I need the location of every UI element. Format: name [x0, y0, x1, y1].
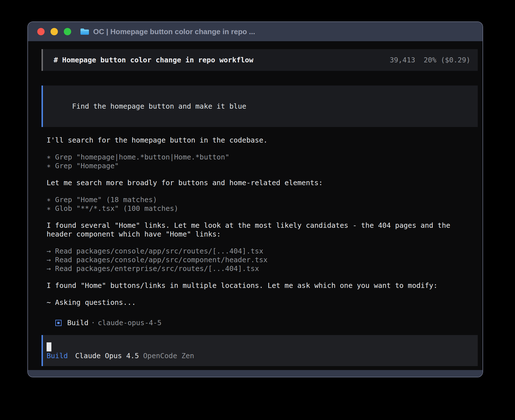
- assistant-text-line: I found several "Home" links. Let me loo…: [47, 221, 473, 239]
- user-message: Find the homepage button and make it blu…: [42, 86, 478, 127]
- traffic-lights: [37, 28, 71, 35]
- prompt-input[interactable]: Build Claude Opus 4.5 OpenCode Zen: [42, 335, 478, 366]
- agent-model: claude-opus-4-5: [98, 318, 162, 327]
- assistant-text: Let me search more broadly for buttons a…: [47, 178, 473, 187]
- assistant-text: ~ Asking questions...: [47, 298, 473, 307]
- minimize-button[interactable]: [51, 28, 58, 35]
- user-message-text: Find the homepage button and make it blu…: [72, 102, 246, 110]
- tool-call-line: → Read packages/console/app/src/componen…: [47, 255, 473, 264]
- assistant-text-line: I found "Home" buttons/links in multiple…: [47, 281, 473, 290]
- terminal-content: # Homepage button color change in repo w…: [28, 41, 483, 370]
- titlebar[interactable]: OC | Homepage button color change in rep…: [28, 22, 483, 41]
- assistant-text: I found several "Home" links. Let me loo…: [47, 221, 473, 239]
- tool-call-group: → Read packages/console/app/src/routes/[…: [47, 247, 473, 273]
- assistant-text-line: I'll search for the homepage button in t…: [47, 136, 473, 145]
- session-header: # Homepage button color change in repo w…: [42, 49, 478, 71]
- input-meta: Build Claude Opus 4.5 OpenCode Zen: [47, 351, 472, 360]
- window-title: OC | Homepage button color change in rep…: [93, 27, 255, 36]
- assistant-text-line: ~ Asking questions...: [47, 298, 473, 307]
- zoom-button[interactable]: [64, 28, 71, 35]
- tool-call-line: ∗ Glob "**/*.tsx" (100 matches): [47, 204, 473, 213]
- session-cost: ($0.29): [441, 56, 470, 64]
- tool-call-line: ∗ Grep "Home" (18 matches): [47, 195, 473, 204]
- dot-separator: ·: [91, 318, 95, 327]
- text-cursor: [47, 342, 51, 351]
- context-percent: 20%: [424, 56, 436, 64]
- assistant-text-line: Let me search more broadly for buttons a…: [47, 178, 473, 187]
- tool-call-line: ∗ Grep "Homepage": [47, 161, 473, 170]
- agent-status-line: Build · claude-opus-4-5: [55, 318, 478, 327]
- tool-call-line: ∗ Grep "homepage|home.*button|Home.*butt…: [47, 153, 473, 161]
- tool-call-line: → Read packages/enterprise/src/routes/[.…: [47, 264, 473, 273]
- token-count: 39,413: [390, 56, 415, 64]
- conversation: I'll search for the homepage button in t…: [47, 136, 473, 315]
- tool-call-line: → Read packages/console/app/src/routes/[…: [47, 247, 473, 255]
- input-model-label[interactable]: Claude Opus 4.5: [75, 351, 139, 360]
- window-bottom-strip: [28, 370, 483, 377]
- folder-icon: [80, 28, 89, 35]
- close-button[interactable]: [37, 28, 45, 35]
- terminal-window: OC | Homepage button color change in rep…: [27, 21, 483, 377]
- assistant-text: I'll search for the homepage button in t…: [47, 136, 473, 145]
- status-bar: esc interrupt ctrl+tvariantstabagentsctr…: [47, 366, 478, 370]
- tool-call-group: ∗ Grep "Home" (18 matches)∗ Glob "**/*.t…: [47, 195, 473, 213]
- input-agent-label[interactable]: Build: [47, 351, 68, 360]
- agent-name: Build: [67, 318, 88, 327]
- session-stats: 39,413 20% ($0.29): [390, 56, 470, 64]
- input-provider-label: OpenCode Zen: [143, 351, 194, 360]
- agent-build-icon: [55, 320, 62, 326]
- tool-call-group: ∗ Grep "homepage|home.*button|Home.*butt…: [47, 153, 473, 170]
- session-title: # Homepage button color change in repo w…: [54, 56, 253, 64]
- assistant-text: I found "Home" buttons/links in multiple…: [47, 281, 473, 290]
